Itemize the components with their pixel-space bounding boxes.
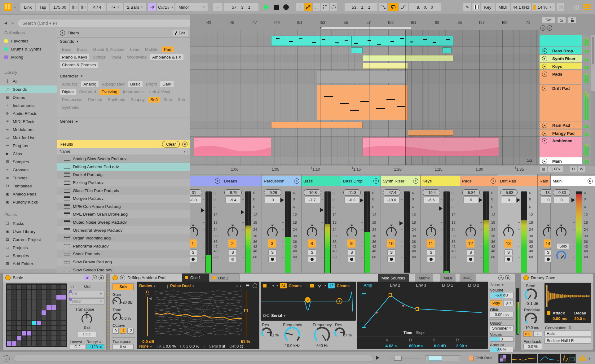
- pan-knob[interactable]: [426, 227, 436, 238]
- scale-grid-cell[interactable]: [27, 341, 31, 346]
- sidebar-place-current-project[interactable]: ▤Current Project: [0, 236, 57, 243]
- unison-mode-menu[interactable]: Shimmer▼: [490, 325, 513, 331]
- res2-value[interactable]: 57 %: [343, 333, 352, 337]
- sidebar-item-tunings[interactable]: ≋Tunings: [0, 174, 57, 182]
- track-group-icon[interactable]: ≡: [542, 72, 547, 77]
- pan-knob[interactable]: [465, 227, 476, 238]
- sidebar-item-grooves[interactable]: ≈Grooves: [0, 166, 57, 173]
- scale-grid-cell[interactable]: [51, 331, 56, 335]
- sidebar-item-modulators[interactable]: ∿Modulators: [0, 126, 57, 133]
- mixer-strip-header[interactable]: Pads≡: [460, 176, 498, 186]
- scale-grid-cell[interactable]: [7, 300, 11, 305]
- env-edit-mode-tabs[interactable]: TimeSlope: [403, 331, 425, 335]
- fader-value[interactable]: -9.4: [225, 197, 241, 203]
- scale-grid-cell[interactable]: [61, 310, 66, 315]
- scroll-right-button[interactable]: ▸: [547, 25, 552, 31]
- computer-midi-keyboard-button[interactable]: [472, 3, 480, 11]
- track-number-button[interactable]: 2: [228, 239, 236, 248]
- hot-swap-icon[interactable]: ⟳: [498, 275, 504, 280]
- track-number-button[interactable]: 12: [466, 239, 474, 248]
- scale-grid-cell[interactable]: [22, 336, 26, 340]
- filter-chip[interactable]: Rhythmic: [105, 97, 127, 103]
- scale-grid[interactable]: [6, 283, 67, 347]
- scale-grid-cell[interactable]: [37, 336, 41, 340]
- mixer-strip-pads[interactable]: Pads≡-5.840606121824303642486012S: [460, 174, 498, 273]
- filter-chip[interactable]: Soft: [148, 97, 160, 103]
- filter2-slope[interactable]: 12: [328, 283, 335, 288]
- scale-grid-cell[interactable]: [51, 310, 56, 315]
- scale-grid-cell[interactable]: [56, 331, 61, 335]
- env-tab-lfo-1[interactable]: LFO 1: [439, 282, 456, 289]
- arm-button[interactable]: [229, 256, 237, 262]
- draw-mode-button[interactable]: [321, 3, 329, 11]
- track-number-button[interactable]: 10: [387, 239, 395, 248]
- osc-gain-handle[interactable]: [149, 297, 152, 300]
- tone-value[interactable]: 0.0 %: [121, 316, 131, 321]
- scale-grid-cell[interactable]: [27, 336, 31, 340]
- range-value[interactable]: +128 st: [86, 344, 104, 349]
- peak-level-value[interactable]: -19.4: [423, 189, 440, 196]
- filter-chip[interactable]: Pad: [162, 46, 174, 52]
- scale-grid-cell[interactable]: [61, 305, 66, 310]
- browser-result-item[interactable]: MPE Dream Grain Drone.adg: [57, 210, 190, 218]
- scale-grid-cell[interactable]: [27, 310, 31, 315]
- scale-grid-cell[interactable]: [27, 321, 31, 325]
- scale-grid-cell[interactable]: [37, 300, 41, 305]
- filter-chip[interactable]: Punchy: [86, 97, 104, 103]
- scale-grid-cell[interactable]: [7, 305, 11, 310]
- scale-grid-cell[interactable]: [7, 290, 11, 295]
- scale-grid-cell[interactable]: [56, 310, 61, 315]
- filter-chip[interactable]: Ambience & FX: [150, 54, 183, 60]
- browser-result-item[interactable]: Glass Thin Pure Pad.adv: [57, 186, 190, 195]
- results-name-column-header[interactable]: Name ▲ |: [57, 148, 190, 155]
- wavetable-visualization[interactable]: [155, 289, 242, 339]
- scale-grid-cell[interactable]: [51, 290, 56, 295]
- scale-grid-cell[interactable]: [12, 321, 16, 325]
- filter-chip[interactable]: Acoustic: [60, 81, 80, 87]
- hot-swap-icon[interactable]: ⟳: [92, 275, 97, 280]
- sidebar-place-samples[interactable]: ▭Samples: [0, 252, 57, 259]
- playback-speed-field[interactable]: 1.00x: [548, 166, 563, 172]
- fader-position-marker[interactable]: [439, 206, 443, 211]
- arm-button[interactable]: [467, 256, 475, 262]
- scale-grid-cell[interactable]: [51, 321, 56, 325]
- scale-grid-cell[interactable]: [37, 315, 41, 320]
- feedback-value[interactable]: 0.0 %: [523, 344, 542, 349]
- osc-gain-value[interactable]: 0.0 dB: [142, 339, 154, 344]
- filter-chip[interactable]: Distorted: [77, 89, 98, 95]
- arm-button[interactable]: [308, 256, 316, 262]
- scale-grid-cell[interactable]: [46, 310, 51, 315]
- sidebar-item-clips[interactable]: ▶Clips: [0, 150, 57, 157]
- fader-value[interactable]: 0: [501, 197, 517, 203]
- track-play-icon[interactable]: ▶: [542, 123, 547, 128]
- filter-chip[interactable]: Brass: [75, 46, 90, 52]
- scale-grid-cell[interactable]: [22, 321, 26, 325]
- scale-grid-cell[interactable]: [56, 326, 61, 330]
- link-button[interactable]: Link: [20, 3, 35, 11]
- waveform-zoom-icon[interactable]: |||: [540, 166, 547, 172]
- freq1-value[interactable]: 10.0 kHz: [285, 344, 300, 348]
- octave-button[interactable]: 0: [112, 328, 119, 334]
- fader-value[interactable]: 0: [463, 197, 479, 203]
- scale-grid-cell[interactable]: [42, 295, 46, 300]
- res1-value[interactable]: 61 %: [270, 333, 279, 337]
- solo-button[interactable]: Solo: [557, 243, 569, 249]
- fader-position-marker[interactable]: [280, 198, 284, 202]
- scale-grid-cell[interactable]: [37, 321, 41, 325]
- nudge-down-button[interactable]: ||||: [70, 3, 78, 11]
- predelay-ms-toggle[interactable]: ms: [523, 331, 532, 337]
- sub-gain-knob[interactable]: [112, 297, 121, 306]
- mixer-strip-header[interactable]: Percussion≡: [262, 176, 301, 186]
- browser-result-item[interactable]: Analog Slow Sweep Pad.adv: [57, 155, 190, 163]
- peak-level-value[interactable]: -0.30: [553, 189, 570, 196]
- scale-grid-cell[interactable]: [27, 285, 31, 289]
- tab-mod-sources[interactable]: Mod Sources: [378, 274, 409, 282]
- scale-grid-cell[interactable]: [17, 331, 21, 335]
- sidebar-item-drums[interactable]: ▦Drums: [0, 94, 57, 101]
- ir-file-menu[interactable]: Berliner Hall LR: [544, 338, 591, 344]
- track-play-icon[interactable]: ▶: [542, 64, 547, 69]
- scale-grid-cell[interactable]: [46, 285, 51, 289]
- browser-result-item[interactable]: Dunkel Pad.adg: [57, 171, 190, 179]
- device-on-toggle[interactable]: [523, 275, 529, 280]
- fold-button[interactable]: Fold: [77, 331, 96, 337]
